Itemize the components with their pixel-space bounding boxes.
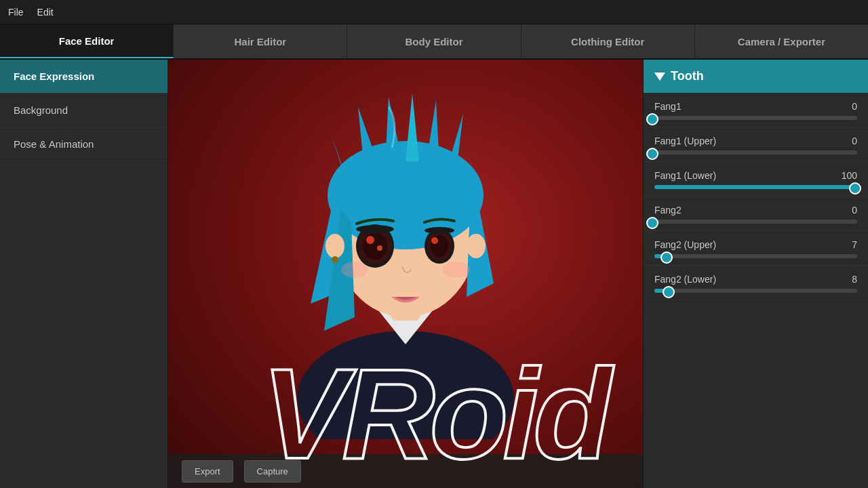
tab-clothing-editor[interactable]: Clothing Editor [521,24,695,58]
svg-point-19 [363,232,387,260]
slider-row-fang1: Fang1 0 [644,93,868,127]
main-area: Face Expression Background Pose & Animat… [0,60,868,488]
file-menu[interactable]: File [8,7,24,18]
slider-row-fang2: Fang2 0 [644,197,868,231]
slider-value-fang2: 0 [837,205,857,216]
tabbar: Face Editor Hair Editor Body Editor Clot… [0,24,868,60]
section-title: Tooth [671,69,704,83]
svg-point-20 [366,236,374,244]
svg-point-16 [332,256,338,263]
slider-value-fang1-upper: 0 [837,136,857,146]
svg-point-27 [425,227,454,234]
svg-point-0 [297,331,514,439]
svg-point-15 [467,234,486,258]
svg-point-22 [356,225,394,233]
slider-row-fang1-lower: Fang1 (Lower) 100 [644,162,868,197]
slider-label-fang2-upper: Fang2 (Upper) [654,239,716,250]
slider-value-fang2-upper: 7 [837,239,857,250]
slider-value-fang1-lower: 100 [837,170,857,181]
slider-fill-fang1-lower [654,185,857,189]
export-button[interactable]: Export [182,460,233,483]
svg-point-14 [326,234,344,258]
slider-label-fang2: Fang2 [654,205,682,216]
slider-row-fang1-upper: Fang1 (Upper) 0 [644,127,868,162]
tab-face-editor[interactable]: Face Editor [0,24,174,58]
slider-row-fang2-lower: Fang2 (Lower) 8 [644,266,868,300]
slider-track-fang1-lower[interactable] [654,185,857,189]
slider-label-fang1-upper: Fang1 (Upper) [654,136,716,146]
slider-fill-fang2-lower [654,289,671,293]
svg-marker-9 [426,100,439,165]
character-viewport [168,60,643,488]
viewport: VRoid Export Capture [168,60,643,488]
menubar: File Edit [0,0,868,24]
slider-fill-fang2-upper [654,254,669,258]
svg-marker-8 [406,94,419,161]
slider-label-fang2-lower: Fang2 (Lower) [654,274,716,285]
slider-value-fang1: 0 [837,101,857,112]
bottom-bar: Export Capture [168,454,643,488]
slider-track-fang1[interactable] [654,116,857,120]
slider-track-fang1-upper[interactable] [654,150,857,155]
slider-label-fang1: Fang1 [654,101,682,112]
edit-menu[interactable]: Edit [37,7,54,18]
svg-point-26 [431,237,438,244]
sidebar-item-face-expression[interactable]: Face Expression [0,60,167,94]
svg-point-21 [377,245,382,251]
triangle-icon [654,73,665,81]
sidebar: Face Expression Background Pose & Animat… [0,60,168,488]
slider-value-fang2-lower: 8 [837,274,857,285]
tab-camera-exporter[interactable]: Camera / Exporter [695,24,868,58]
slider-track-fang2-lower[interactable] [654,289,857,293]
slider-label-fang1-lower: Fang1 (Lower) [654,170,716,181]
slider-track-fang2-upper[interactable] [654,254,857,258]
sidebar-item-background[interactable]: Background [0,94,167,127]
tab-body-editor[interactable]: Body Editor [347,24,521,58]
section-header-tooth: Tooth [644,60,868,93]
capture-button[interactable]: Capture [244,460,301,483]
svg-point-28 [341,262,368,278]
slider-row-fang2-upper: Fang2 (Upper) 7 [644,231,868,266]
svg-point-29 [443,262,470,278]
slider-track-fang2[interactable] [654,220,857,224]
right-panel: Tooth Fang1 0 Fang1 (Upper) 0 F [643,60,868,488]
sidebar-item-pose-animation[interactable]: Pose & Animation [0,127,167,161]
tab-hair-editor[interactable]: Hair Editor [174,24,347,58]
